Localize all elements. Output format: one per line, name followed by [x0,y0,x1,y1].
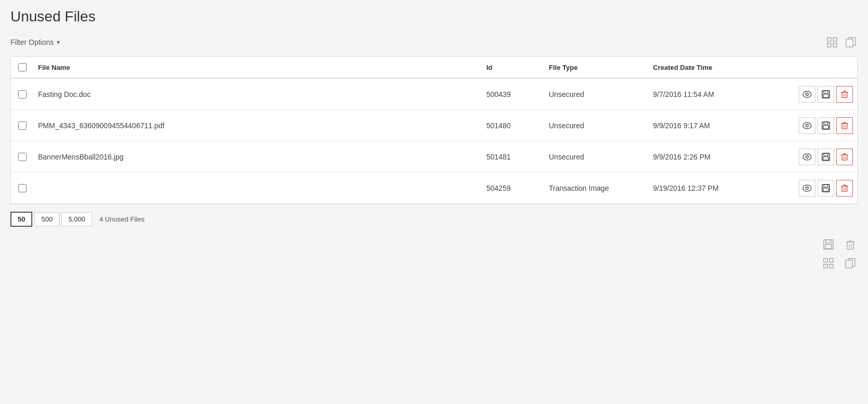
cell-id-1: 501480 [482,115,545,136]
svg-point-6 [803,91,811,97]
copy-icon[interactable] [844,35,858,49]
bottom-save-icon[interactable] [821,237,836,252]
svg-rect-10 [823,94,828,97]
pagination-row: 50 500 5,000 4 Unused Files [10,204,858,232]
table-body: Fasting Doc.doc 500439 Unsecured 9/7/201… [11,79,857,204]
col-header-created-date-time: Created Date Time [649,64,784,71]
svg-rect-49 [847,242,853,249]
select-all-checkbox[interactable] [18,63,27,71]
row-checkbox-cell-1 [11,121,34,130]
count-label: 4 Unused Files [99,215,145,223]
bottom-row2 [10,254,858,273]
cell-id-3: 504259 [482,178,545,199]
row-checkbox-cell-3 [11,184,34,192]
svg-rect-20 [823,126,828,129]
svg-point-37 [806,187,809,189]
save-button-0[interactable] [817,86,834,103]
table-row: BannerMensBball2016.jpg 501481 Unsecured… [11,141,857,173]
page-btn-5000[interactable]: 5,000 [61,212,92,226]
cell-file-type-3: Transaction Image [545,178,649,199]
view-button-3[interactable] [799,180,815,197]
cell-file-type-0: Unsecured [545,84,649,105]
toolbar-row: Filter Options ▾ [10,32,858,52]
svg-rect-56 [824,264,827,268]
svg-point-36 [803,185,811,191]
svg-rect-30 [823,157,828,160]
cell-file-type-1: Unsecured [545,115,649,136]
cell-file-name-1: PMM_4343_636090094554406711.pdf [34,115,482,136]
save-button-3[interactable] [817,180,834,197]
delete-button-1[interactable] [836,117,853,134]
toolbar-icons [825,35,858,49]
cell-id-2: 501481 [482,146,545,167]
delete-button-0[interactable] [836,86,853,103]
save-button-2[interactable] [817,149,834,165]
svg-rect-1 [833,38,837,41]
svg-rect-40 [823,188,828,191]
cell-actions-0 [784,86,857,103]
col-header-id: Id [482,64,545,71]
svg-rect-5 [846,39,853,47]
page-btn-500[interactable]: 500 [34,212,59,226]
svg-point-16 [803,123,811,129]
view-button-1[interactable] [799,117,815,134]
svg-point-27 [806,155,809,158]
delete-button-2[interactable] [836,149,853,165]
svg-rect-3 [833,43,837,47]
svg-rect-55 [829,259,833,262]
bottom-grid-icon[interactable] [821,256,836,271]
bottom-toolbar [10,232,858,254]
table-row: Fasting Doc.doc 500439 Unsecured 9/7/201… [11,79,857,110]
svg-point-26 [803,154,811,160]
row-checkbox-cell-0 [11,90,34,99]
save-button-1[interactable] [817,117,834,134]
svg-rect-48 [825,244,832,249]
cell-id-0: 500439 [482,84,545,105]
svg-rect-54 [824,259,827,262]
cell-file-name-3 [34,182,482,194]
svg-rect-21 [842,124,847,129]
svg-rect-31 [842,155,847,160]
cell-created-1: 9/9/2016 9:17 AM [649,115,784,136]
row-checkbox-3[interactable] [18,184,27,192]
page-title: Unused Files [10,8,858,25]
row-checkbox-cell-2 [11,153,34,161]
table-row: 504259 Transaction Image 9/19/2016 12:37… [11,173,857,204]
svg-rect-57 [829,264,833,268]
cell-actions-3 [784,180,857,197]
filter-chevron-icon: ▾ [57,39,60,46]
svg-rect-47 [826,240,831,243]
filter-options-label: Filter Options [10,38,54,46]
cell-actions-2 [784,149,857,165]
table-row: PMM_4343_636090094554406711.pdf 501480 U… [11,110,857,141]
svg-point-17 [806,124,809,127]
cell-file-name-0: Fasting Doc.doc [34,84,482,105]
svg-rect-2 [827,43,831,47]
svg-rect-41 [842,186,847,191]
cell-file-name-2: BannerMensBball2016.jpg [34,146,482,167]
files-table: File Name Id File Type Created Date Time… [10,56,858,204]
view-button-2[interactable] [799,149,815,165]
svg-point-7 [806,93,809,95]
svg-rect-11 [842,92,847,97]
row-checkbox-0[interactable] [18,90,27,99]
svg-rect-59 [846,260,852,268]
col-header-file-type: File Type [545,64,649,71]
view-button-0[interactable] [799,86,815,103]
cell-created-0: 9/7/2016 11:54 AM [649,84,784,105]
svg-rect-0 [827,38,831,41]
select-all-checkbox-cell [11,63,34,71]
cell-actions-1 [784,117,857,134]
row-checkbox-2[interactable] [18,153,27,161]
row-checkbox-1[interactable] [18,121,27,130]
col-header-file-name: File Name [34,64,482,71]
bottom-copy-icon[interactable] [843,256,858,271]
delete-button-3[interactable] [836,180,853,197]
table-header: File Name Id File Type Created Date Time [11,57,857,79]
filter-options-button[interactable]: Filter Options ▾ [10,38,60,46]
cell-created-3: 9/19/2016 12:37 PM [649,178,784,199]
cell-created-2: 9/9/2016 2:26 PM [649,146,784,167]
grid-view-icon[interactable] [825,35,839,49]
bottom-delete-icon[interactable] [843,237,858,252]
page-btn-50[interactable]: 50 [10,212,32,227]
